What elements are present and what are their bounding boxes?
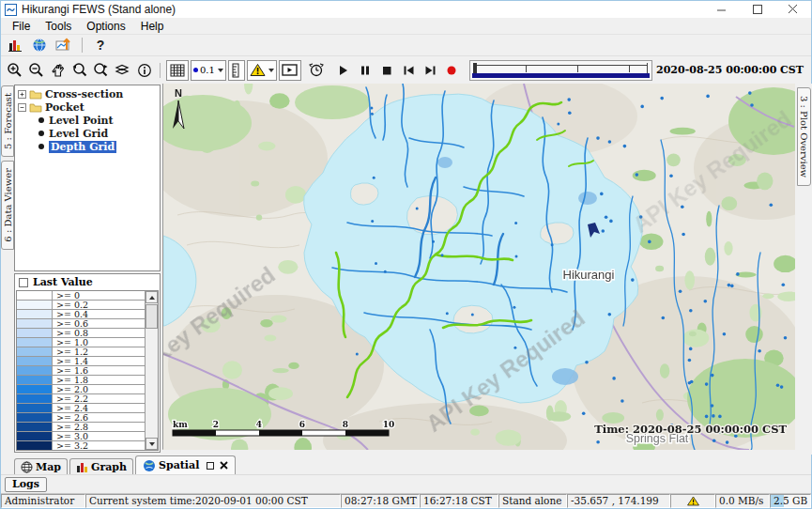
scale-icon[interactable]: [228, 60, 245, 81]
animation-icon[interactable]: [279, 60, 301, 81]
svg-text:4: 4: [256, 420, 262, 429]
svg-text:Hikurangi: Hikurangi: [563, 268, 615, 282]
layers-icon[interactable]: [113, 59, 132, 82]
legend-row-label: >= 3.0: [53, 432, 88, 440]
legend-color-swatch: [17, 404, 53, 412]
node-bullet-icon: [38, 117, 44, 123]
time-slider-end-tick: [647, 63, 648, 73]
tree-item-pocket[interactable]: Pocket: [18, 101, 160, 113]
toolbar-separator: [82, 38, 83, 53]
status-coordinates: -35.657 , 174.199: [567, 494, 670, 508]
left-tab-strip: 5 : Forecast 6 : Data Viewer: [1, 84, 14, 455]
legend-row-label: >= 0.8: [53, 329, 88, 337]
maximize-button[interactable]: [740, 1, 775, 18]
status-system-time: Current system time:2020-09-01 00:00 CST: [85, 494, 341, 508]
stop-icon[interactable]: [377, 59, 397, 82]
legend-row[interactable]: >= 3.2: [17, 441, 145, 451]
grid-icon[interactable]: [166, 60, 189, 81]
logs-button[interactable]: Logs: [5, 477, 47, 492]
tab-data-viewer[interactable]: 6 : Data Viewer: [1, 161, 14, 250]
map-time-label: Time: 2020-08-25 00:00:00 CST: [594, 423, 787, 436]
map-globe-icon[interactable]: [29, 36, 50, 54]
legend-color-swatch: [17, 319, 53, 328]
database-icon[interactable]: [5, 36, 25, 54]
legend-row-label: >= 0.4: [53, 310, 88, 318]
tab-maximize-icon[interactable]: [207, 462, 214, 470]
tree-item-level-grid[interactable]: Level Grid: [18, 128, 160, 139]
legend-header: Last Value: [15, 274, 160, 290]
legend-row-label: >= 2.2: [53, 394, 88, 403]
legend-color-swatch: [17, 310, 53, 318]
time-slider[interactable]: [469, 60, 652, 81]
zoom-in-icon[interactable]: [5, 59, 24, 82]
pause-icon[interactable]: [356, 59, 375, 82]
legend-scrollbar[interactable]: [145, 291, 158, 450]
info-icon[interactable]: [134, 59, 154, 82]
scroll-down-icon[interactable]: [146, 438, 158, 450]
menu-tools[interactable]: Tools: [38, 19, 79, 34]
threshold-value: 0.1: [200, 65, 215, 75]
current-time-label: 2020-08-25 00:00:00 CST: [652, 64, 807, 76]
app-window: Hikurangi FEWS (Stand alone) File Tools …: [0, 0, 812, 509]
zoom-out-icon[interactable]: [26, 59, 46, 82]
status-warning[interactable]: [670, 494, 715, 508]
folder-icon: [29, 89, 42, 100]
tab-close-icon[interactable]: [220, 461, 228, 470]
status-local-time: 16:27:18 CST: [420, 494, 498, 508]
threshold-dropdown[interactable]: 0.1: [191, 60, 226, 81]
legend-color-swatch: [17, 413, 53, 422]
warning-icon: [250, 63, 266, 77]
go-to-end-icon[interactable]: [421, 59, 440, 82]
legend-table: >= 0>= 0.2>= 0.4>= 0.6>= 0.8>= 1.0>= 1.2…: [16, 290, 159, 451]
legend-color-swatch: [17, 291, 53, 300]
timer-icon[interactable]: [307, 59, 327, 82]
last-value-checkbox[interactable]: [19, 278, 28, 287]
legend-row-label: >= 1.8: [53, 376, 88, 384]
legend-color-swatch: [17, 441, 53, 450]
legend-row-label: >= 0.2: [53, 301, 88, 309]
zoom-previous-icon[interactable]: [69, 59, 89, 82]
legend-color-swatch: [17, 376, 53, 384]
tab-map[interactable]: Map: [14, 458, 68, 474]
go-to-start-icon[interactable]: [399, 59, 419, 82]
legend-row-label: >= 0: [53, 291, 80, 300]
filter-tree: Cross-section Pocket Level Point Level G…: [14, 85, 161, 271]
blue-globe-icon: [143, 459, 156, 472]
warning-dropdown[interactable]: [247, 60, 277, 81]
tab-forecast[interactable]: 5 : Forecast: [1, 85, 14, 157]
close-button[interactable]: [775, 1, 811, 18]
map-canvas[interactable]: API Key Required API Key Required API Ke…: [162, 84, 794, 450]
last-value-label: Last Value: [33, 276, 93, 288]
minimize-button[interactable]: [704, 1, 740, 18]
help-button[interactable]: ?: [90, 36, 111, 54]
status-user: Administrator: [1, 494, 85, 508]
title-bar: Hikurangi FEWS (Stand alone): [1, 1, 811, 18]
legend-color-swatch: [17, 301, 53, 309]
menu-file[interactable]: File: [5, 19, 38, 34]
expand-icon[interactable]: [18, 90, 26, 99]
chevron-down-icon: [218, 69, 223, 72]
zoom-next-icon[interactable]: [91, 59, 111, 82]
legend-row-label: >= 1.0: [53, 338, 88, 347]
pan-icon[interactable]: [48, 59, 68, 82]
collapse-icon[interactable]: [18, 103, 26, 112]
svg-text:2: 2: [213, 420, 219, 429]
tab-graph[interactable]: Graph: [69, 458, 133, 474]
play-icon[interactable]: [334, 59, 354, 82]
status-gmt-time: 08:27:18 GMT: [341, 494, 420, 508]
tab-plot-overview[interactable]: 3 : Plot Overview: [797, 87, 811, 186]
main-toolbar: ?: [1, 35, 811, 55]
tree-item-depth-grid[interactable]: Depth Grid: [18, 141, 160, 152]
record-icon[interactable]: [442, 59, 462, 82]
scrollbar-thumb[interactable]: [146, 304, 158, 329]
node-bullet-icon: [38, 144, 44, 149]
tab-spatial[interactable]: Spatial: [135, 455, 236, 474]
legend-color-swatch: [17, 432, 53, 440]
menu-options[interactable]: Options: [79, 19, 132, 34]
menu-help[interactable]: Help: [133, 19, 172, 34]
spatial-display-icon[interactable]: [54, 36, 74, 54]
tree-item-cross-section[interactable]: Cross-section: [18, 88, 160, 100]
legend-row-label: >= 2.0: [53, 385, 88, 393]
scroll-up-icon[interactable]: [146, 291, 158, 303]
tree-item-level-point[interactable]: Level Point: [18, 115, 160, 126]
